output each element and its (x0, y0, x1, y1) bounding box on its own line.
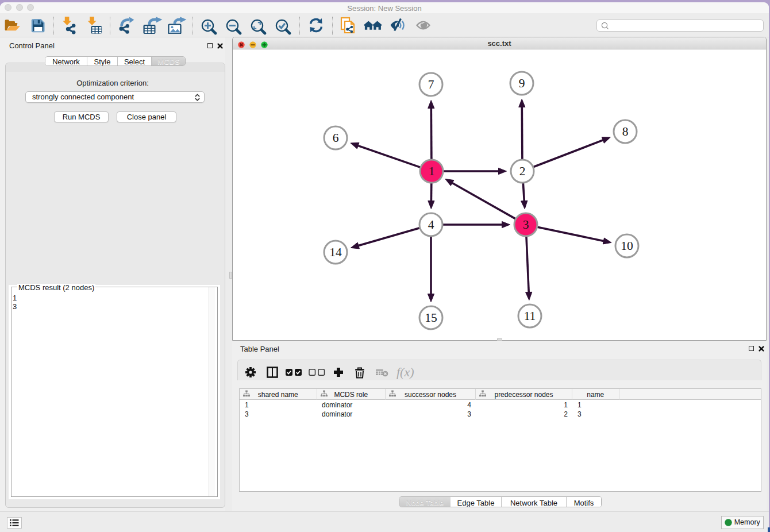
svg-text:10: 10 (621, 239, 633, 253)
svg-text:15: 15 (425, 311, 437, 325)
svg-text:8: 8 (622, 125, 629, 138)
svg-text:3: 3 (523, 218, 529, 232)
svg-text:1: 1 (429, 164, 435, 178)
svg-text:14: 14 (329, 245, 342, 259)
svg-text:4: 4 (428, 218, 434, 232)
svg-text:6: 6 (333, 131, 339, 145)
svg-text:9: 9 (519, 76, 525, 90)
svg-text:11: 11 (524, 309, 536, 323)
svg-text:7: 7 (428, 78, 434, 91)
svg-text:2: 2 (519, 164, 526, 178)
